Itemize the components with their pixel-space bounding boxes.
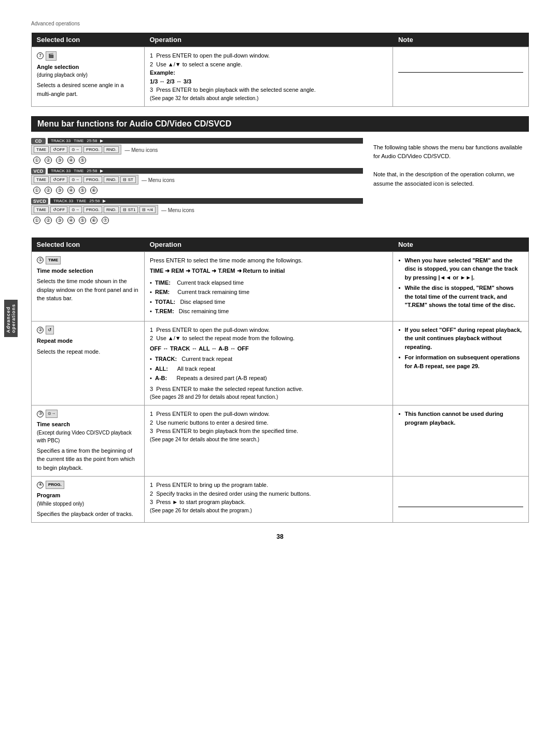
table-row: ① TIME Time mode selection Selects the t… bbox=[32, 251, 529, 321]
program-note-cell bbox=[393, 477, 529, 523]
selected-icon-cell: 7 🎬 Angle selection (during playback onl… bbox=[32, 47, 145, 107]
diagram-description: The following table shows the menu bar f… bbox=[373, 138, 529, 189]
program-sublabel: (While stopped only) bbox=[37, 500, 139, 508]
col2-header-operation: Operation bbox=[144, 237, 393, 252]
col2-header-selected-icon: Selected Icon bbox=[32, 237, 145, 252]
program-icon-box: PROG. bbox=[46, 481, 64, 489]
time-icon-cell: ① TIME Time mode selection Selects the t… bbox=[32, 251, 145, 321]
program-operation-cell: 1 Press ENTER to bring up the program ta… bbox=[144, 477, 393, 523]
svcd-disc-label: SVCD bbox=[31, 198, 48, 204]
svcd-numbered-row: ① ② ③ ④ ⑤ ⑥ ⑦ bbox=[31, 217, 363, 224]
breadcrumb: Advanced operations bbox=[31, 21, 529, 26]
operation-cell: 1 Press ENTER to open the pull-down wind… bbox=[144, 47, 393, 107]
svcd-track-bar: TRACK 33TIME25:58▶ bbox=[50, 198, 363, 204]
program-desc: Specifies the playback order of tracks. bbox=[37, 510, 139, 519]
cd-menu-icons-bar: TIME ↺OFF ⊙→ PROG. RND. bbox=[31, 145, 121, 155]
cd-disc-label: CD bbox=[31, 138, 46, 144]
time-search-note-cell: This function cannot be used during prog… bbox=[393, 406, 529, 477]
time-operation-cell: Press ENTER to select the time mode amon… bbox=[144, 251, 393, 321]
icon-desc: Selects a desired scene angle in a multi… bbox=[37, 81, 139, 98]
table-row: 7 🎬 Angle selection (during playback onl… bbox=[32, 47, 529, 107]
repeat-note-cell: If you select "OFF" during repeat playba… bbox=[393, 321, 529, 406]
diagram-col: CD TRACK 33TIME25:58▶ TIME ↺OFF ⊙→ PROG.… bbox=[31, 138, 363, 228]
icon-sublabel: (during playback only) bbox=[37, 71, 139, 79]
vcd-menu-icons-bar: TIME ↺OFF ⊙→ PROG. RND. ⊟ ST bbox=[31, 175, 138, 185]
program-icon-num: ④ bbox=[37, 482, 44, 488]
vcd-menu-icons-arrow-label: — Menu icons bbox=[142, 177, 175, 183]
icon-num-circle: 7 bbox=[37, 52, 44, 59]
time-note-cell: When you have selected "REM" and the dis… bbox=[393, 251, 529, 321]
program-icon-cell: ④ PROG. Program (While stopped only) Spe… bbox=[32, 477, 145, 523]
col2-header-note: Note bbox=[393, 237, 529, 252]
vcd-disc-label: VCD bbox=[31, 168, 46, 174]
time-mode-desc: Selects the time mode shown in the displ… bbox=[37, 277, 139, 303]
time-search-operation-cell: 1 Press ENTER to open the pull-down wind… bbox=[144, 406, 393, 477]
col-header-note: Note bbox=[393, 33, 529, 47]
cd-track-bar: TRACK 33TIME25:58▶ bbox=[48, 138, 363, 144]
time-icon-box: TIME bbox=[46, 256, 61, 264]
repeat-icon-box: ↺ bbox=[46, 326, 54, 335]
page-number: 38 bbox=[31, 533, 529, 540]
time-search-icon-cell: ③ ⊙→ Time search (Except during Video CD… bbox=[32, 406, 145, 477]
col-header-selected-icon: Selected Icon bbox=[32, 33, 145, 47]
time-search-icon-num: ③ bbox=[37, 411, 44, 417]
time-search-label: Time search bbox=[37, 420, 139, 429]
repeat-icon-cell: ② ↺ Repeat mode Selects the repeat mode. bbox=[32, 321, 145, 406]
vcd-track-bar: TRACK 33TIME25:58▶ bbox=[48, 168, 363, 174]
time-search-sublabel: (Except during Video CD/SVCD playback wi… bbox=[37, 429, 139, 444]
svcd-menu-icons-arrow-label: — Menu icons bbox=[161, 207, 194, 213]
section-heading: Menu bar functions for Audio CD/Video CD… bbox=[31, 116, 529, 132]
second-table: Selected Icon Operation Note ① TIME Time… bbox=[31, 237, 529, 523]
note-cell bbox=[393, 47, 529, 107]
time-search-desc: Specifies a time from the beginning of t… bbox=[37, 446, 139, 472]
col-header-operation: Operation bbox=[144, 33, 393, 47]
program-label: Program bbox=[37, 491, 139, 500]
angle-icon-box: 🎬 bbox=[46, 51, 57, 61]
cd-menu-icons-arrow-label: — Menu icons bbox=[124, 147, 158, 153]
repeat-operation-cell: 1 Press ENTER to open the pull-down wind… bbox=[144, 321, 393, 406]
time-search-icon-box: ⊙→ bbox=[46, 410, 58, 418]
icon-label: Angle selection bbox=[37, 63, 139, 72]
menubar-diagram: CD TRACK 33TIME25:58▶ TIME ↺OFF ⊙→ PROG.… bbox=[31, 138, 529, 228]
cd-numbered-row: ① ② ③ ④ ⑤ bbox=[31, 157, 363, 164]
repeat-mode-label: Repeat mode bbox=[37, 337, 139, 345]
svcd-menu-icons-bar: TIME ↺OFF ⊙→ PROG. RND. ⊟ ST1 ⊟ +/4 bbox=[31, 205, 158, 215]
advanced-ops-label: Advancedoperations bbox=[4, 300, 18, 337]
table-row: ③ ⊙→ Time search (Except during Video CD… bbox=[32, 406, 529, 477]
repeat-mode-desc: Selects the repeat mode. bbox=[37, 347, 139, 356]
table-row: ② ↺ Repeat mode Selects the repeat mode.… bbox=[32, 321, 529, 406]
table-row: ④ PROG. Program (While stopped only) Spe… bbox=[32, 477, 529, 523]
time-mode-label: Time mode selection bbox=[37, 267, 139, 275]
top-table: Selected Icon Operation Note 7 🎬 Angle s… bbox=[31, 33, 529, 107]
time-icon-num: ① bbox=[37, 257, 44, 263]
vcd-numbered-row: ① ② ③ ④ ⑤ ⑥ bbox=[31, 187, 363, 194]
repeat-icon-num: ② bbox=[37, 327, 44, 333]
second-table-wrapper: Advancedoperations Selected Icon Operati… bbox=[31, 237, 529, 523]
